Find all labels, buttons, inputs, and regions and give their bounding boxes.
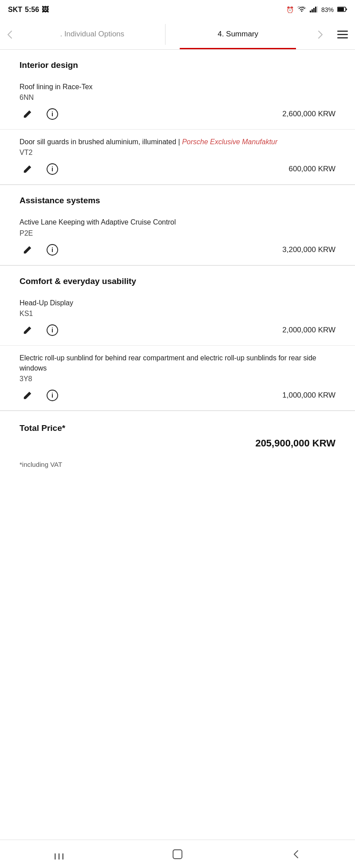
- info-door-sill-button[interactable]: i: [44, 161, 60, 177]
- item-roof-lining: Roof lining in Race-Tex 6NN i 2,600,000 …: [0, 75, 355, 130]
- svg-rect-7: [346, 8, 347, 10]
- item-lane-keeping: Active Lane Keeping with Adaptive Cruise…: [0, 210, 355, 265]
- edit-sunblind-button[interactable]: [20, 387, 36, 403]
- info-head-up-button[interactable]: i: [44, 322, 60, 338]
- svg-rect-10: [337, 37, 348, 39]
- vat-note: *including VAT: [0, 454, 355, 481]
- svg-rect-24: [173, 850, 182, 859]
- svg-rect-0: [310, 11, 311, 12]
- info-lane-keeping-button[interactable]: i: [44, 242, 60, 258]
- alarm-icon: ⏰: [286, 6, 294, 13]
- edit-door-sill-button[interactable]: [20, 161, 36, 177]
- section-comfort: Comfort & everyday usability: [0, 265, 355, 291]
- edit-head-up-button[interactable]: [20, 322, 36, 338]
- svg-rect-23: [63, 853, 64, 860]
- item-head-up-display: Head-Up Display KS1 i 2,000,000 KRW: [0, 291, 355, 346]
- info-sunblind-button[interactable]: i: [44, 387, 60, 403]
- content-area: Interior design Roof lining in Race-Tex …: [0, 50, 355, 535]
- total-price-section: Total Price* 205,900,000 KRW: [0, 410, 355, 454]
- svg-rect-1: [312, 9, 313, 12]
- time-label: 5:56: [25, 6, 39, 14]
- svg-rect-9: [337, 34, 348, 35]
- next-arrow[interactable]: [311, 20, 330, 49]
- item-actions-roof-lining: i 2,600,000 KRW: [20, 106, 335, 122]
- svg-rect-4: [317, 6, 318, 12]
- tab-individual-options[interactable]: . Individual Options: [20, 20, 165, 49]
- svg-rect-2: [313, 8, 315, 12]
- status-right: ⏰ 83%: [286, 6, 347, 14]
- wifi-icon: [297, 6, 306, 14]
- bottom-nav: [0, 840, 355, 868]
- prev-arrow[interactable]: [0, 20, 20, 49]
- section-interior-design: Interior design: [0, 50, 355, 75]
- carrier-label: SKT: [8, 6, 22, 14]
- signal-icon: [310, 6, 318, 14]
- recent-apps-button[interactable]: [46, 845, 72, 863]
- item-sunblind: Electric roll-up sunblind for behind rea…: [0, 346, 355, 410]
- svg-rect-6: [338, 8, 344, 11]
- svg-text:i: i: [51, 392, 53, 399]
- svg-text:i: i: [51, 246, 53, 253]
- svg-text:i: i: [51, 110, 53, 118]
- section-assistance-systems: Assistance systems: [0, 185, 355, 210]
- battery-label: 83%: [321, 6, 334, 13]
- nav-bar: . Individual Options 4. Summary: [0, 20, 355, 50]
- edit-roof-lining-button[interactable]: [20, 106, 36, 122]
- item-actions-sunblind: i 1,000,000 KRW: [20, 387, 335, 403]
- item-actions-door-sill: i 600,000 KRW: [20, 161, 335, 177]
- status-left: SKT 5:56 🖼: [8, 6, 49, 14]
- svg-text:i: i: [51, 327, 53, 334]
- back-button[interactable]: [283, 845, 309, 863]
- photo-icon: 🖼: [42, 6, 49, 14]
- status-bar: SKT 5:56 🖼 ⏰ 83%: [0, 0, 355, 20]
- svg-text:i: i: [51, 166, 53, 173]
- svg-rect-22: [59, 853, 60, 860]
- svg-rect-21: [55, 853, 56, 860]
- item-actions-lane-keeping: i 3,200,000 KRW: [20, 242, 335, 258]
- home-button[interactable]: [164, 845, 191, 863]
- info-roof-lining-button[interactable]: i: [44, 106, 60, 122]
- tab-summary[interactable]: 4. Summary: [166, 20, 311, 49]
- battery-icon: [337, 6, 347, 13]
- item-door-sill: Door sill guards in brushed aluminium, i…: [0, 130, 355, 185]
- svg-rect-8: [337, 31, 348, 32]
- svg-rect-3: [315, 7, 316, 12]
- edit-lane-keeping-button[interactable]: [20, 242, 36, 258]
- item-actions-head-up: i 2,000,000 KRW: [20, 322, 335, 338]
- hamburger-menu[interactable]: [330, 20, 355, 49]
